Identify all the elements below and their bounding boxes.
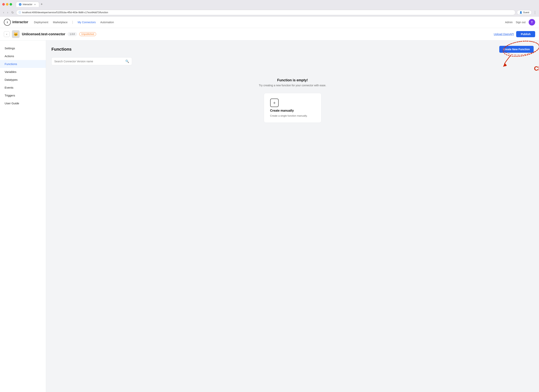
unpublished-badge: Unpublished [79,32,96,36]
logo-text: interactor [12,20,28,24]
sidebar-item-variables[interactable]: Variables [0,68,46,76]
nav-links: Deployment Marketplace | My Connectors A… [34,20,505,24]
browser-more-button[interactable]: ⋮ [533,10,537,14]
new-tab-button[interactable]: + [39,1,44,7]
create-manually-description: Create a single function manually. [270,114,308,117]
top-nav: i interactor Deployment Marketplace | My… [0,16,539,28]
guest-button[interactable]: 👤 Guest [517,10,532,15]
sidebar-item-actions[interactable]: Actions [0,52,46,60]
nav-marketplace[interactable]: Marketplace [53,21,67,24]
empty-subtitle: Try creating a new function for your con… [259,84,326,87]
connector-name: Unlicensed.test-connector [22,32,65,36]
nav-right: Admin Sign out T [505,19,535,25]
sidebar-item-settings[interactable]: Settings [0,44,46,52]
address-secure-icon: ⓘ [19,11,21,14]
connector-header: ‹ 🐱 Unlicensed.test-connector 1.0.0 Unpu… [0,28,539,40]
sidebar-item-datatypes[interactable]: Datatypes [0,76,46,84]
publish-button[interactable]: Publish [516,31,535,37]
user-avatar[interactable]: T [529,19,535,25]
main-content: Functions Create New Function [46,40,539,392]
browser-titlebar: i Interactor ✕ + [0,0,539,9]
nav-sign-out[interactable]: Sign out [516,21,525,24]
annotation-area: Create New Function Click Create Button [499,46,534,53]
address-text: localhost:4000/developer/service/51055cb… [22,11,513,14]
app: i interactor Deployment Marketplace | My… [0,16,539,392]
sidebar: Settings Actions Functions Variables Dat… [0,40,46,392]
sidebar-item-user-guide[interactable]: User Guide [0,99,46,107]
close-window-button[interactable] [2,3,5,5]
browser-chrome: i Interactor ✕ + ‹ › ↻ ⓘ localhost:4000/… [0,0,539,16]
logo-icon: i [4,19,11,26]
connector-avatar: 🐱 [12,30,19,38]
nav-separator: | [72,20,73,24]
create-manually-title: Create manually [270,109,294,112]
sidebar-item-functions[interactable]: Functions [0,60,46,68]
logo: i interactor [4,19,28,26]
circle-annotation-icon [499,40,539,69]
maximize-window-button[interactable] [10,3,12,5]
upload-openapi-link[interactable]: Upload OpenAPI [494,33,514,36]
search-icon: 🔍 [125,59,129,63]
search-bar[interactable]: 🔍 [51,57,132,65]
back-button[interactable]: ‹ [4,31,10,37]
nav-admin[interactable]: Admin [505,21,513,24]
guest-label: Guest [523,11,529,14]
nav-automation[interactable]: Automation [100,21,114,24]
address-bar[interactable]: ⓘ localhost:4000/developer/service/51055… [16,10,515,15]
browser-forward-button[interactable]: › [6,10,9,15]
sidebar-item-triggers[interactable]: Triggers [0,91,46,99]
tab-close-icon[interactable]: ✕ [34,3,36,6]
page-title: Functions [51,47,72,52]
browser-back-button[interactable]: ‹ [2,10,5,15]
browser-refresh-button[interactable]: ↻ [10,10,14,15]
tab-label: Interactor [23,3,32,6]
create-new-function-button[interactable]: Create New Function [499,46,534,53]
version-badge: 1.0.0 [67,32,77,36]
create-btn-wrapper: Create New Function [499,46,534,53]
annotation-text: Click Create Button [534,65,539,72]
nav-my-connectors[interactable]: My Connectors [78,21,96,24]
nav-deployment[interactable]: Deployment [34,21,48,24]
create-manually-card[interactable]: ＋ Create manually Create a single functi… [264,93,321,123]
search-input[interactable] [54,60,123,63]
create-manually-icon: ＋ [270,99,279,107]
traffic-lights [2,3,12,5]
main-layout: Settings Actions Functions Variables Dat… [0,40,539,392]
browser-tabs: i Interactor ✕ + [16,1,44,7]
empty-title: Function is empty! [277,78,308,82]
tab-favicon-icon: i [19,3,21,6]
active-tab[interactable]: i Interactor ✕ [16,2,39,7]
empty-state: Function is empty! Try creating a new fu… [51,71,534,130]
connector-header-right: Upload OpenAPI Publish [494,31,535,37]
content-header: Functions Create New Function [51,46,534,53]
guest-profile-icon: 👤 [520,11,522,14]
connector-emoji: 🐱 [14,32,18,36]
sidebar-item-events[interactable]: Events [0,84,46,91]
browser-addressbar: ‹ › ↻ ⓘ localhost:4000/developer/service… [0,9,539,16]
minimize-window-button[interactable] [6,3,9,5]
